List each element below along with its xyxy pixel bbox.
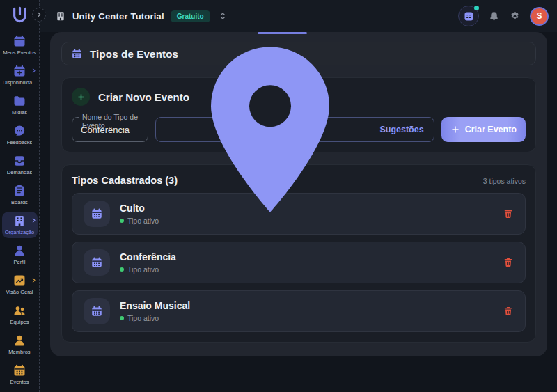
calendar-icon xyxy=(84,298,110,324)
inbox-icon xyxy=(13,154,26,168)
create-event-type-card: Criar Novo Evento Nome do Tipo de Evento… xyxy=(61,77,536,152)
trash-icon xyxy=(503,257,514,268)
list-section-title: Tipos Cadastrados (3) xyxy=(72,175,178,186)
trash-icon xyxy=(503,208,514,219)
sidebar-item-label: Membros xyxy=(8,349,30,355)
sidebar-item-equipes[interactable]: Equipes xyxy=(2,301,38,328)
suggestions-button[interactable]: Sugestões xyxy=(155,117,434,142)
folder-icon xyxy=(13,94,26,108)
calendar-grid-icon xyxy=(13,363,26,377)
sidebar-item-label: Visão Geral xyxy=(6,289,33,295)
sidebar-item-label: Meus Eventos xyxy=(3,49,36,56)
changelog-button[interactable] xyxy=(458,6,479,26)
calendar-plus-icon xyxy=(13,64,26,78)
sidebar-item-meus-eventos[interactable]: Meus Eventos xyxy=(2,32,38,58)
active-status-dot xyxy=(120,219,124,223)
org-switcher[interactable]: Unity Center Tutorial Gratuito xyxy=(55,10,228,22)
sidebar-item-label: Eventos xyxy=(10,379,29,385)
sidebar-item-perfil[interactable]: Perfil xyxy=(2,242,38,268)
sidebar-item-disponibilidade[interactable]: Disponibilida... xyxy=(2,62,38,88)
sidebar-item-label: Disponibilida... xyxy=(3,79,37,86)
sidebar-item-midias[interactable]: Mídias xyxy=(2,92,38,118)
plus-icon xyxy=(450,125,460,134)
sidebar-item-label: Mídias xyxy=(12,109,27,116)
type-name: Conferência xyxy=(120,251,176,262)
calendar-icon xyxy=(84,201,110,227)
person-icon xyxy=(13,244,26,258)
type-status: Tipo ativo xyxy=(127,265,159,274)
person-icon xyxy=(13,334,26,347)
gear-icon[interactable] xyxy=(509,10,521,22)
chart-icon xyxy=(13,274,26,288)
active-status-dot xyxy=(120,267,124,272)
active-count-label: 3 tipos ativos xyxy=(483,177,526,185)
event-type-name-field-wrap: Nome do Tipo de Evento xyxy=(72,117,148,142)
type-name: Culto xyxy=(120,203,159,214)
page-title: Tipos de Eventos xyxy=(90,48,178,60)
delete-type-button[interactable] xyxy=(503,306,514,317)
sidebar-item-membros[interactable]: Membros xyxy=(2,331,38,358)
sidebar: Meus Eventos Disponibilida... Mídias Fee… xyxy=(0,0,40,392)
sidebar-item-label: Demandas xyxy=(7,169,32,175)
sidebar-item-label: Equipes xyxy=(10,319,29,325)
sidebar-item-eventos[interactable]: Eventos xyxy=(2,361,38,388)
active-status-dot xyxy=(120,316,124,320)
calendar-icon xyxy=(71,48,83,60)
type-name: Ensaio Musical xyxy=(120,300,190,311)
type-list-item: Ensaio Musical Tipo ativo xyxy=(72,290,526,332)
bell-icon[interactable] xyxy=(488,10,500,22)
updown-chevron-icon xyxy=(218,11,228,21)
create-event-button[interactable]: Criar Evento xyxy=(441,117,526,142)
checklist-icon xyxy=(463,10,475,22)
chevron-right-icon xyxy=(31,217,37,224)
building-icon xyxy=(55,10,66,22)
sidebar-item-demandas[interactable]: Demandas xyxy=(2,152,38,178)
people-icon xyxy=(13,304,26,317)
event-type-name-input[interactable] xyxy=(72,118,148,141)
clipboard-icon xyxy=(13,184,26,198)
chevron-right-icon xyxy=(36,11,42,18)
chevron-right-icon xyxy=(31,68,37,74)
unity-logo-icon[interactable] xyxy=(10,5,30,25)
sidebar-nav: Meus Eventos Disponibilida... Mídias Fee… xyxy=(0,32,39,392)
sidebar-item-label: Boards xyxy=(11,199,28,205)
type-status: Tipo ativo xyxy=(127,217,159,225)
org-name: Unity Center Tutorial xyxy=(72,11,164,22)
sidebar-item-label: Feedbacks xyxy=(7,139,33,146)
plus-circle-icon xyxy=(72,88,90,106)
type-list-item: Conferência Tipo ativo xyxy=(72,242,526,283)
header-actions: S xyxy=(458,6,549,26)
main-content: Tipos de Eventos Criar Novo Evento Nome … xyxy=(50,32,547,356)
sidebar-item-label: Perfil xyxy=(13,259,25,265)
sidebar-expand-button[interactable] xyxy=(32,8,46,22)
avatar[interactable]: S xyxy=(530,7,549,26)
pin-icon xyxy=(166,25,375,234)
chat-icon xyxy=(13,124,26,138)
sidebar-item-boards[interactable]: Boards xyxy=(2,182,38,208)
active-tab-indicator[interactable] xyxy=(258,32,307,34)
sidebar-item-feedbacks[interactable]: Feedbacks xyxy=(2,122,38,148)
sidebar-item-label: Organização xyxy=(5,229,35,235)
calendar-icon xyxy=(13,34,26,48)
chevron-right-icon xyxy=(31,277,37,283)
calendar-icon xyxy=(84,249,110,276)
type-status: Tipo ativo xyxy=(127,314,159,322)
sidebar-item-organizacao[interactable]: Organização xyxy=(2,212,38,238)
building-icon xyxy=(13,214,26,228)
delete-type-button[interactable] xyxy=(503,208,514,219)
plan-badge: Gratuito xyxy=(171,10,210,22)
sidebar-item-visao-geral[interactable]: Visão Geral xyxy=(2,272,38,298)
trash-icon xyxy=(503,306,514,317)
delete-type-button[interactable] xyxy=(503,257,514,268)
notification-dot xyxy=(474,6,479,10)
